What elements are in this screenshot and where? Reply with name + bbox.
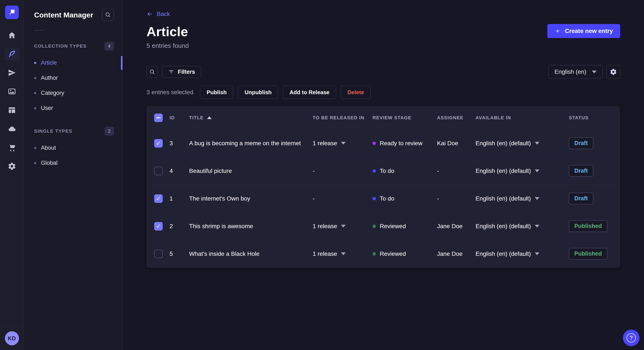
cell-available-in[interactable]: English (en) (default) [476,223,569,230]
cloud-icon[interactable] [4,123,20,135]
table-search-button[interactable] [146,66,158,78]
collection-types-section: COLLECTION TYPES 4 Article Author Catego… [24,42,122,116]
question-mark-icon [626,333,636,343]
filters-button[interactable]: Filters [162,66,201,78]
status-badge: Published [569,248,607,260]
row-checkbox[interactable] [154,167,163,175]
back-link[interactable]: Back [146,11,170,17]
row-checkbox[interactable] [154,250,163,258]
sidebar-header: Content Manager [24,0,122,21]
user-avatar[interactable]: KD [5,331,19,345]
create-new-entry-button[interactable]: Create new entry [547,24,620,38]
select-all-checkbox[interactable] [154,114,163,122]
table-row[interactable]: 1 The internet's Own boy - To do - Engli… [146,185,620,212]
table-row[interactable]: 5 What's inside a Black Hole 1 release R… [146,240,620,268]
stage-dot-icon [372,252,376,256]
arrow-left-icon [146,11,153,17]
cell-assignee: - [437,195,476,202]
bulk-action-button[interactable]: Publish [200,86,233,99]
sidebar-item[interactable]: Article [24,55,122,70]
column-header-title[interactable]: TITLE [189,115,313,121]
divider [34,30,44,31]
cell-status: Published [569,220,612,232]
media-library-icon[interactable] [4,85,20,98]
row-checkbox[interactable] [154,222,163,230]
table-row[interactable]: 2 This shrimp is awesome 1 release Revie… [146,212,620,240]
releases-icon[interactable] [4,66,20,79]
column-header-assignee[interactable]: ASSIGNEE [437,115,476,121]
entries-table: ID TITLE TO BE RELEASED IN REVIEW STAGE … [146,106,620,268]
table-row[interactable]: 3 A bug is becoming a meme on the intern… [146,130,620,157]
help-button[interactable] [623,330,640,346]
marketplace-icon[interactable] [4,141,20,154]
cell-to-be-released-in[interactable]: 1 release [313,250,372,257]
chevron-down-icon [535,225,540,227]
row-checkbox[interactable] [154,194,163,203]
cell-to-be-released-in[interactable]: 1 release [313,223,372,230]
stage-dot-icon [372,169,376,173]
column-header-to-be-released-in[interactable]: TO BE RELEASED IN [313,115,372,121]
cell-assignee: Jane Doe [437,250,476,257]
content-search-button[interactable] [102,9,114,21]
page-title: Article [146,24,188,39]
bulk-action-button[interactable]: Delete [341,86,370,99]
cell-available-in[interactable]: English (en) (default) [476,195,569,202]
sidebar-item[interactable]: About [24,140,122,156]
bullet-icon [34,62,36,64]
locale-select[interactable]: English (en) [548,65,603,79]
content-manager-icon[interactable] [4,48,20,60]
bullet-icon [34,107,36,109]
single-types-list: About Global [24,140,122,171]
sidebar-item-label: Author [41,75,58,81]
chevron-down-icon [341,252,346,255]
cell-available-in[interactable]: English (en) (default) [476,168,569,174]
cell-assignee: Jane Doe [437,223,476,230]
cell-available-in[interactable]: English (en) (default) [476,140,569,147]
chevron-down-icon [535,197,540,200]
bullet-icon [34,147,36,149]
cell-to-be-released-in[interactable]: 1 release [313,140,372,147]
settings-icon[interactable] [4,160,20,173]
bullet-icon [34,92,36,94]
sidebar-item-label: About [41,145,56,151]
page-header: Article Create new entry [146,24,620,39]
cell-title: The internet's Own boy [189,195,313,202]
column-header-status[interactable]: STATUS [569,115,612,121]
cell-to-be-released-in[interactable]: - [313,195,372,202]
collection-types-list: Article Author Category User [24,55,122,116]
stage-dot-icon [372,224,376,228]
bulk-action-button[interactable]: Add to Release [283,86,336,99]
sidebar-item[interactable]: Author [24,70,122,85]
stage-dot-icon [372,197,376,200]
cell-review-stage: Ready to review [372,140,437,147]
cell-status: Draft [569,165,612,177]
cell-title: What's inside a Black Hole [189,250,313,257]
bulk-action-button[interactable]: Unpublish [238,86,278,99]
row-checkbox[interactable] [154,139,163,148]
column-header-id[interactable]: ID [170,115,189,121]
view-settings-button[interactable] [606,65,620,79]
main-nav-rail: KD [0,0,24,350]
strapi-logo[interactable] [5,5,19,19]
sidebar-item[interactable]: Category [24,85,122,101]
content-manager-sidebar: Content Manager COLLECTION TYPES 4 Artic… [24,0,123,350]
home-icon[interactable] [4,29,20,42]
cell-review-stage: To do [372,195,437,202]
cell-to-be-released-in[interactable]: - [313,168,372,174]
cell-id: 3 [170,140,189,147]
search-icon [149,69,156,75]
column-header-review-stage[interactable]: REVIEW STAGE [372,115,437,121]
status-badge: Draft [569,137,593,149]
gear-icon [610,68,617,75]
cell-available-in[interactable]: English (en) (default) [476,250,569,257]
chevron-down-icon [341,142,346,145]
cell-status: Published [569,248,612,260]
table-row[interactable]: 4 Beautiful picture - To do - English (e… [146,157,620,185]
cell-id: 5 [170,250,189,257]
sidebar-item[interactable]: User [24,101,122,116]
column-header-available-in[interactable]: AVAILABLE IN [476,115,569,121]
content-type-builder-icon[interactable] [4,104,20,117]
chevron-down-icon [592,71,596,73]
sidebar-item[interactable]: Global [24,156,122,171]
cell-id: 1 [170,195,189,202]
